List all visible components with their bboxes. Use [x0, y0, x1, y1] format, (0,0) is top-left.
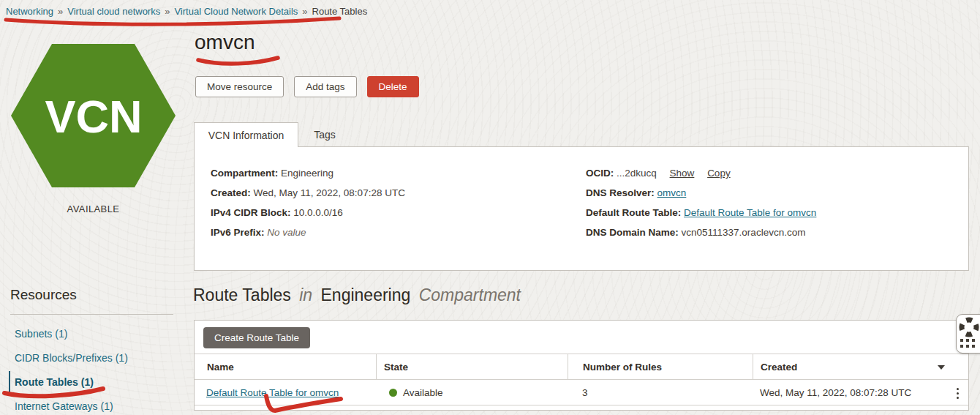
vcn-information-panel: Compartment: Engineering Created: Wed, M…: [194, 146, 969, 271]
info-label: DNS Domain Name:: [586, 227, 679, 238]
info-dns-domain-name: DNS Domain Name: vcn05111337.oraclevcn.c…: [586, 227, 805, 238]
ocid-copy-link[interactable]: Copy: [707, 168, 731, 179]
info-value: No value: [267, 227, 306, 238]
action-button-row: Move resource Add tags Delete: [195, 76, 419, 97]
resources-divider: [10, 314, 173, 315]
info-value: ...2dkucq: [617, 168, 657, 179]
breadcrumb: Networking » Virtual cloud networks » Vi…: [6, 6, 367, 17]
default-route-table-link[interactable]: Default Route Table for omvcn: [684, 207, 816, 218]
info-label: Compartment:: [211, 168, 278, 179]
info-value: Engineering: [281, 168, 333, 179]
oci-console-page: Networking » Virtual cloud networks » Vi…: [0, 0, 980, 415]
sidebar-item-cidr-blocks[interactable]: CIDR Blocks/Prefixes (1): [15, 352, 128, 364]
column-header-created-label: Created: [761, 362, 797, 373]
column-header-number-of-rules[interactable]: Number of Rules: [568, 354, 753, 379]
breadcrumb-route-tables: Route Tables: [312, 6, 368, 17]
info-value: 10.0.0.0/16: [293, 207, 343, 218]
row-actions-kebab-menu[interactable]: [952, 385, 962, 401]
info-label: IPv4 CIDR Block:: [211, 207, 291, 218]
heading-compartment-name: Engineering: [321, 285, 411, 304]
annotation-underline-breadcrumb: [6, 18, 339, 24]
vcn-status-label: AVAILABLE: [11, 203, 176, 214]
info-label: DNS Resolver:: [586, 187, 655, 198]
breadcrumb-vcn-details[interactable]: Virtual Cloud Network Details: [174, 6, 298, 17]
info-default-route-table: Default Route Table: Default Route Table…: [586, 207, 816, 218]
info-created: Created: Wed, May 11, 2022, 08:07:28 UTC: [211, 187, 405, 198]
available-status-dot: [389, 389, 397, 397]
column-header-created[interactable]: Created: [753, 354, 968, 379]
sidebar-item-subnets[interactable]: Subnets (1): [15, 328, 67, 340]
sidebar-item-internet-gateways[interactable]: Internet Gateways (1): [15, 400, 113, 412]
breadcrumb-networking[interactable]: Networking: [6, 6, 53, 17]
breadcrumb-separator: »: [302, 6, 307, 17]
delete-button[interactable]: Delete: [367, 76, 419, 97]
add-tags-button[interactable]: Add tags: [294, 76, 356, 97]
tab-tags[interactable]: Tags: [298, 122, 351, 147]
resources-heading: Resources: [10, 287, 77, 303]
dns-resolver-link[interactable]: omvcn: [657, 187, 687, 198]
created-value: Wed, May 11, 2022, 08:07:28 UTC: [753, 387, 968, 398]
page-title: omvcn: [195, 31, 255, 54]
route-table-link[interactable]: Default Route Table for omvcn: [206, 387, 339, 398]
floating-help-widget: [956, 314, 980, 354]
sidebar-item-route-tables[interactable]: Route Tables (1): [15, 376, 94, 388]
info-ipv6-prefix: IPv6 Prefix: No value: [211, 227, 306, 238]
info-value: Wed, May 11, 2022, 08:07:28 UTC: [254, 187, 405, 198]
vcn-badge-label: VCN: [45, 91, 142, 142]
route-tables-section-heading: Route Tables in Engineering Compartment: [193, 285, 524, 305]
number-of-rules-value: 3: [568, 387, 753, 398]
state-value: Available: [403, 387, 443, 398]
heading-route-tables: Route Tables: [193, 285, 291, 304]
annotation-underline-title: [198, 58, 278, 64]
info-label: IPv6 Prefix:: [211, 227, 265, 238]
breadcrumb-separator: »: [58, 6, 63, 17]
move-resource-button[interactable]: Move resource: [195, 76, 284, 97]
info-label: OCID:: [586, 168, 614, 179]
table-row[interactable]: Default Route Table for omvcn Available …: [195, 380, 968, 405]
info-dns-resolver: DNS Resolver: omvcn: [586, 187, 686, 198]
info-value: vcn05111337.oraclevcn.com: [682, 227, 806, 238]
tab-vcn-information[interactable]: VCN Information: [194, 122, 298, 147]
sort-descending-icon[interactable]: [938, 365, 945, 370]
heading-in: in: [299, 285, 312, 304]
column-header-name[interactable]: Name: [195, 354, 376, 379]
info-compartment: Compartment: Engineering: [211, 168, 333, 179]
vcn-hexagon-icon: VCN: [11, 44, 176, 187]
table-header-row: Name State Number of Rules Created: [195, 354, 968, 380]
ocid-show-link[interactable]: Show: [670, 168, 695, 179]
info-ocid: OCID: ...2dkucq Show Copy: [586, 168, 731, 179]
info-ipv4-cidr: IPv4 CIDR Block: 10.0.0.0/16: [211, 207, 343, 218]
heading-compartment-word: Compartment: [419, 285, 521, 304]
breadcrumb-virtual-cloud-networks[interactable]: Virtual cloud networks: [67, 6, 160, 17]
apps-grid-icon[interactable]: [960, 339, 975, 348]
info-label: Created:: [211, 187, 251, 198]
route-tables-panel: Create Route Table Name State Number of …: [194, 320, 969, 411]
create-route-table-button[interactable]: Create Route Table: [203, 327, 310, 348]
lifebuoy-help-icon[interactable]: [959, 317, 979, 337]
breadcrumb-separator: »: [165, 6, 170, 17]
annotation-underline-route-tables-item: [4, 389, 103, 396]
info-label: Default Route Table:: [586, 207, 681, 218]
sidebar-active-indicator: [9, 371, 10, 395]
column-header-state[interactable]: State: [376, 354, 568, 379]
